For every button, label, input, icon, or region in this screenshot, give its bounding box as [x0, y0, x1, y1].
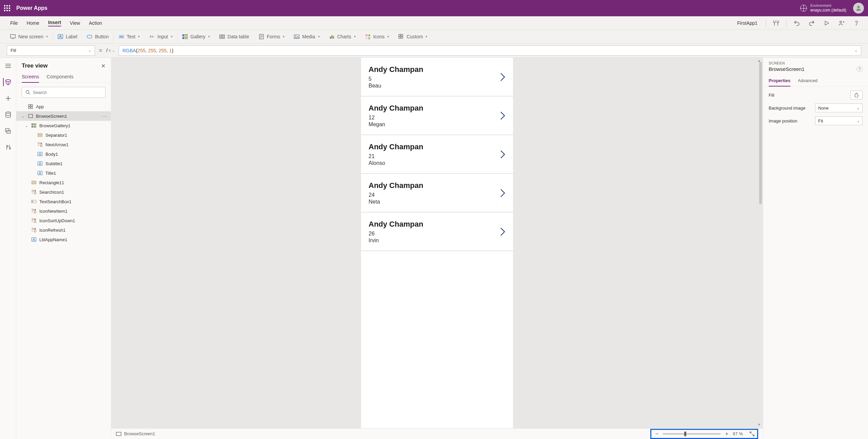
tree-item-nextarrow1[interactable]: +NextArrow1 [16, 140, 111, 149]
tree-search[interactable] [22, 87, 105, 98]
input-icon [149, 34, 155, 39]
zoom-slider[interactable] [663, 433, 721, 435]
custom-button[interactable]: Custom ▾ [394, 30, 432, 43]
menu-insert[interactable]: Insert [48, 20, 61, 26]
more-icon[interactable]: ··· [101, 113, 107, 119]
label-button[interactable]: Label [53, 30, 82, 43]
gallery-item[interactable]: Andy Champan12Megan [361, 96, 513, 135]
search-input[interactable] [33, 90, 102, 95]
button-button[interactable]: Button [82, 30, 113, 43]
img-pos-select[interactable]: Fit ⌄ [815, 116, 863, 125]
rect-icon [31, 180, 37, 185]
forms-button[interactable]: Forms ▾ [254, 30, 290, 43]
help-icon[interactable]: ? [856, 66, 863, 72]
tree-item-separator1[interactable]: Separator1 [16, 130, 111, 140]
tree-view-icon[interactable] [3, 78, 11, 86]
menu-home[interactable]: Home [27, 20, 39, 26]
tree-item-title1[interactable]: Title1 [16, 168, 111, 178]
bg-image-select[interactable]: None ⌄ [815, 103, 863, 112]
svg-point-33 [26, 91, 29, 94]
tree-item-textsearchbox1[interactable]: TextSearchBox1 [16, 197, 111, 206]
formula-bar: Fill ⌄ = fx ⌄ RGBA(255, 255, 255, 1) ⌄ [0, 43, 868, 58]
zoom-out-button[interactable]: − [654, 431, 659, 437]
formula-input[interactable]: RGBA(255, 255, 255, 1) ⌄ [119, 45, 861, 56]
gallery-item[interactable]: Andy Champan24Neta [361, 174, 513, 212]
tree-item-lblappname1[interactable]: LblAppName1 [16, 235, 111, 244]
menu-file[interactable]: File [10, 20, 18, 26]
app-launcher-icon[interactable] [4, 5, 10, 11]
forms-icon [259, 34, 264, 39]
tree-item-iconrefresh1[interactable]: +IconRefresh1 [16, 225, 111, 235]
gallery-item-text: Andy Champan24Neta [369, 181, 423, 205]
svg-rect-27 [401, 34, 403, 36]
add-icon[interactable] [4, 94, 12, 102]
fill-color-picker[interactable] [850, 91, 863, 99]
canvas-scroll[interactable]: Andy Champan5BeauAndy Champan12MeganAndy… [111, 58, 763, 428]
tools-icon[interactable] [4, 143, 12, 151]
tab-advanced[interactable]: Advanced [798, 75, 817, 86]
gallery-item-text: Andy Champan12Megan [369, 104, 423, 128]
tree-item-iconsortupdown1[interactable]: +IconSortUpDown1 [16, 216, 111, 225]
charts-button[interactable]: Charts ▾ [324, 30, 360, 43]
next-arrow-icon[interactable] [499, 227, 506, 236]
tree-list[interactable]: App⌄BrowseScreen1···⌄BrowseGallery1Separ… [16, 102, 111, 439]
next-arrow-icon[interactable] [499, 188, 506, 198]
svg-text:+: + [32, 221, 33, 223]
datatable-button[interactable]: Data table [215, 30, 254, 43]
environment-text: Environment enayu.com (default) [810, 3, 846, 13]
expander-icon[interactable]: ⌄ [22, 114, 25, 118]
svg-point-30 [6, 112, 11, 113]
canvas-scrollbar[interactable]: ▴ ▾ [759, 60, 762, 425]
label-icon [37, 161, 43, 166]
environment-picker[interactable]: Environment enayu.com (default) [800, 3, 846, 13]
tree-item-app[interactable]: App [16, 102, 111, 111]
user-avatar[interactable] [853, 3, 864, 14]
scroll-down-icon[interactable]: ▾ [758, 422, 760, 427]
gallery-item[interactable]: Andy Champan21Alonso [361, 135, 513, 174]
tree-item-subtitle1[interactable]: Subtitle1 [16, 159, 111, 168]
gallery-item[interactable]: Andy Champan5Beau [361, 58, 513, 96]
undo-icon[interactable] [792, 18, 802, 28]
fx-icon[interactable]: fx ⌄ [106, 48, 115, 53]
expander-icon[interactable]: ⌄ [25, 124, 28, 128]
app-canvas[interactable]: Andy Champan5BeauAndy Champan12MeganAndy… [361, 58, 513, 428]
chevron-down-icon[interactable]: ⌄ [854, 48, 857, 53]
close-icon[interactable]: ✕ [101, 63, 105, 69]
tree-item-browsescreen1[interactable]: ⌄BrowseScreen1··· [16, 111, 111, 121]
help-icon[interactable] [852, 18, 861, 28]
text-button[interactable]: Abc Text ▾ [114, 30, 145, 43]
scroll-thumb[interactable] [759, 62, 762, 204]
icons-button[interactable]: + Icons ▾ [360, 30, 394, 43]
redo-icon[interactable] [807, 18, 816, 28]
property-selector[interactable]: Fill ⌄ [7, 45, 95, 56]
gallery-button[interactable]: Gallery ▾ [178, 30, 215, 43]
tree-item-searchicon1[interactable]: +SearchIcon1 [16, 187, 111, 197]
input-button[interactable]: Input ▾ [144, 30, 177, 43]
next-arrow-icon[interactable] [499, 150, 506, 159]
tree-item-body1[interactable]: Body1 [16, 149, 111, 159]
expand-icon[interactable] [750, 432, 754, 436]
tab-components[interactable]: Components [46, 71, 73, 82]
gallery-item[interactable]: Andy Champan26Irvin [361, 212, 513, 251]
media-button[interactable]: Media ▾ [289, 30, 324, 43]
tree-item-rectangle11[interactable]: Rectangle11 [16, 178, 111, 187]
app-checker-icon[interactable] [771, 18, 781, 28]
media-panel-icon[interactable] [4, 127, 12, 135]
data-icon[interactable] [4, 111, 12, 119]
tab-properties[interactable]: Properties [769, 75, 790, 87]
app-name[interactable]: FirstApp1 [737, 20, 757, 26]
zoom-in-button[interactable]: + [724, 431, 729, 437]
tree-item-iconnewitem1[interactable]: +IconNewItem1 [16, 206, 111, 216]
menu-action[interactable]: Action [89, 20, 102, 26]
play-icon[interactable] [822, 18, 831, 28]
tab-screens[interactable]: Screens [22, 71, 39, 83]
menu-view[interactable]: View [70, 20, 80, 26]
tree-item-browsegallery1[interactable]: ⌄BrowseGallery1 [16, 121, 111, 130]
svg-rect-14 [184, 38, 188, 39]
next-arrow-icon[interactable] [499, 111, 506, 120]
new-screen-button[interactable]: New screen ▾ [5, 30, 53, 43]
share-icon[interactable] [837, 18, 846, 28]
next-arrow-icon[interactable] [499, 72, 506, 82]
hamburger-icon[interactable] [4, 62, 12, 70]
datatable-label: Data table [228, 34, 249, 39]
